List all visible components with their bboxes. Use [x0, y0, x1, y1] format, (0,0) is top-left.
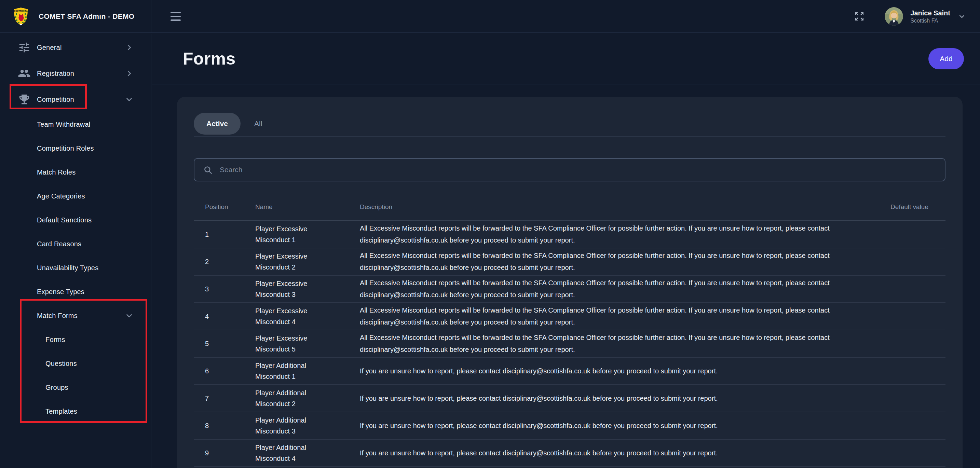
cell-name: Player Excessive Misconduct 5	[255, 333, 322, 355]
sidebar-item-label: Match Forms	[37, 312, 78, 320]
cell-position: 3	[205, 285, 255, 293]
column-header-description: Description	[360, 203, 870, 211]
sidebar-item-label: Team Withdrawal	[37, 121, 90, 129]
chevron-right-icon	[126, 44, 133, 51]
sidebar-item-label: Unavailability Types	[37, 264, 99, 272]
cell-position: 8	[205, 422, 255, 430]
search-input[interactable]	[220, 166, 936, 174]
cell-name: Player Excessive Misconduct 3	[255, 278, 322, 300]
forms-card: ActiveAll PositionNameDescriptionDefault…	[177, 97, 963, 468]
user-organization: Scottish FA	[910, 18, 950, 24]
sidebar-item-templates[interactable]: Templates	[0, 399, 151, 423]
sidebar-item-age-categories[interactable]: Age Categories	[0, 184, 151, 208]
table-body: 1Player Excessive Misconduct 1All Excess…	[194, 221, 945, 467]
sidebar-item-team-withdrawal[interactable]: Team Withdrawal	[0, 113, 151, 136]
sidebar-item-forms[interactable]: Forms	[0, 328, 151, 352]
tab-all[interactable]: All	[253, 113, 263, 135]
sidebar-item-competition-roles[interactable]: Competition Roles	[0, 136, 151, 160]
column-header-position: Position	[205, 203, 255, 211]
page-title: Forms	[183, 49, 235, 69]
table-row[interactable]: 9Player Additional Misconduct 4If you ar…	[194, 439, 945, 467]
chevron-down-icon	[126, 312, 133, 319]
sidebar-item-general[interactable]: General	[0, 35, 151, 60]
cell-description: If you are unsure how to report, please …	[360, 420, 835, 432]
sidebar-item-label: Registration	[37, 70, 74, 78]
cell-name: Player Excessive Misconduct 1	[255, 224, 322, 245]
sidebar-item-registration[interactable]: Registration	[0, 60, 151, 86]
sidebar-item-competition[interactable]: Competition	[0, 86, 151, 113]
cell-name: Player Additional Misconduct 1	[255, 360, 322, 382]
search-box[interactable]	[194, 158, 945, 181]
cell-position: 9	[205, 449, 255, 457]
sidebar-item-questions[interactable]: Questions	[0, 352, 151, 375]
user-info[interactable]: Janice Saint Scottish FA	[910, 9, 950, 24]
sidebar-item-expense-types[interactable]: Expense Types	[0, 280, 151, 304]
column-header-default-value: Default value	[870, 203, 928, 211]
topbar: SCOTTISH FA COMET SFA Admin - DEMO	[0, 0, 980, 33]
sidebar-item-label: Match Roles	[37, 168, 75, 176]
tabs: ActiveAll	[194, 113, 945, 136]
sidebar-item-label: Groups	[45, 384, 68, 392]
svg-text:SCOTTISH FA: SCOTTISH FA	[14, 10, 28, 12]
menu-toggle-button[interactable]	[170, 12, 181, 21]
cell-name: Player Additional Misconduct 4	[255, 442, 322, 464]
sidebar-item-label: General	[37, 44, 62, 52]
cell-name: Player Excessive Misconduct 4	[255, 305, 322, 327]
sidebar-item-card-reasons[interactable]: Card Reasons	[0, 232, 151, 256]
app-title: COMET SFA Admin - DEMO	[38, 12, 134, 21]
sidebar-item-match-forms[interactable]: Match Forms	[0, 304, 151, 328]
table-row[interactable]: 7Player Additional Misconduct 2If you ar…	[194, 385, 945, 412]
page-header: Forms Add	[152, 34, 980, 84]
table-row[interactable]: 4Player Excessive Misconduct 4All Excess…	[194, 303, 945, 330]
table-row[interactable]: 2Player Excessive Misconduct 2All Excess…	[194, 248, 945, 276]
sidebar-item-label: Expense Types	[37, 288, 84, 296]
sidebar-item-label: Templates	[45, 408, 77, 416]
sidebar-item-groups[interactable]: Groups	[0, 375, 151, 399]
cell-position: 4	[205, 313, 255, 320]
sidebar-item-label: Card Reasons	[37, 240, 81, 248]
column-header-name: Name	[255, 203, 360, 211]
cell-position: 7	[205, 395, 255, 402]
cell-description: All Excessive Misconduct reports will be…	[360, 305, 835, 328]
cell-position: 5	[205, 340, 255, 348]
add-button[interactable]: Add	[928, 48, 964, 69]
table-row[interactable]: 1Player Excessive Misconduct 1All Excess…	[194, 221, 945, 248]
cell-name: Player Additional Misconduct 3	[255, 415, 322, 436]
user-avatar[interactable]	[885, 7, 903, 25]
table-row[interactable]: 8Player Additional Misconduct 3If you ar…	[194, 412, 945, 439]
topbar-brand: SCOTTISH FA COMET SFA Admin - DEMO	[0, 0, 151, 32]
user-name: Janice Saint	[910, 9, 950, 17]
cell-position: 1	[205, 231, 255, 238]
cell-position: 6	[205, 367, 255, 375]
trophy-icon	[18, 93, 31, 106]
sidebar-item-label: Competition	[37, 96, 74, 103]
chevron-down-icon	[126, 96, 133, 103]
table-row[interactable]: 6Player Additional Misconduct 1If you ar…	[194, 358, 945, 385]
cell-name: Player Excessive Misconduct 2	[255, 251, 322, 273]
cell-description: All Excessive Misconduct reports will be…	[360, 250, 835, 274]
cell-description: If you are unsure how to report, please …	[360, 447, 835, 459]
tab-active[interactable]: Active	[194, 113, 240, 135]
fullscreen-icon[interactable]	[854, 11, 865, 22]
sidebar-item-unavailability-types[interactable]: Unavailability Types	[0, 256, 151, 280]
cell-description: All Excessive Misconduct reports will be…	[360, 277, 835, 301]
search-icon	[203, 165, 213, 175]
sidebar-item-label: Forms	[45, 336, 65, 344]
sidebar-item-label: Age Categories	[37, 192, 85, 200]
sidebar-item-label: Competition Roles	[37, 144, 94, 152]
cell-description: If you are unsure how to report, please …	[360, 365, 835, 377]
chevron-down-icon[interactable]	[958, 13, 965, 20]
cell-description: All Excessive Misconduct reports will be…	[360, 222, 835, 246]
sidebar: GeneralRegistrationCompetitionTeam Withd…	[0, 34, 151, 468]
main-content: Forms Add ActiveAll PositionNameDescript…	[152, 34, 980, 468]
cell-name: Player Additional Misconduct 2	[255, 387, 322, 409]
cell-description: If you are unsure how to report, please …	[360, 392, 835, 405]
sidebar-item-label: Default Sanctions	[37, 216, 92, 224]
sidebar-item-default-sanctions[interactable]: Default Sanctions	[0, 208, 151, 232]
people-icon	[18, 67, 31, 80]
chevron-right-icon	[126, 70, 133, 77]
table-row[interactable]: 5Player Excessive Misconduct 5All Excess…	[194, 330, 945, 358]
sidebar-item-match-roles[interactable]: Match Roles	[0, 160, 151, 184]
tune-icon	[18, 41, 31, 54]
table-row[interactable]: 3Player Excessive Misconduct 3All Excess…	[194, 276, 945, 303]
